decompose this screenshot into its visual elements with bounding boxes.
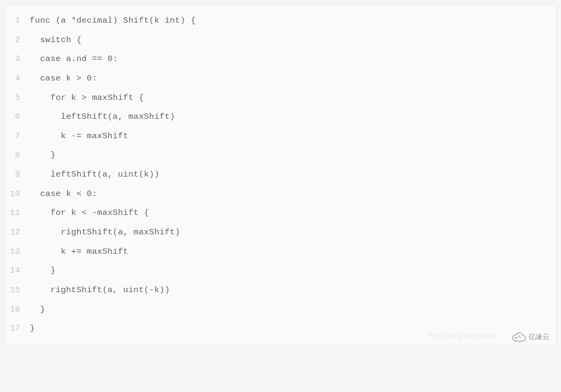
line-content: case k > 0: [30, 69, 97, 89]
code-line: 10 case k < 0: [5, 185, 556, 204]
code-line: 2 switch { [5, 31, 556, 50]
code-block: 1func (a *decimal) Shift(k int) {2 switc… [4, 4, 557, 346]
line-content: } [30, 146, 56, 165]
code-line: 15 rightShift(a, uint(-k)) [5, 281, 556, 300]
line-number: 2 [5, 31, 30, 50]
line-content: case a.nd == 0: [30, 50, 118, 69]
line-number: 11 [5, 204, 30, 223]
line-number: 6 [5, 107, 30, 127]
code-line: 6 leftShift(a, maxShift) [5, 107, 556, 127]
line-content: rightShift(a, uint(-k)) [30, 281, 170, 300]
code-line: 7 k -= maxShift [5, 127, 556, 146]
line-number: 7 [5, 127, 30, 146]
brand-name: 亿速云 [529, 332, 550, 342]
line-number: 12 [5, 223, 30, 242]
line-content: } [30, 319, 35, 339]
code-line: 16 } [5, 300, 556, 320]
code-line: 4 case k > 0: [5, 69, 556, 89]
code-line: 5 for k > maxShift { [5, 89, 556, 108]
code-lines-container: 1func (a *decimal) Shift(k int) {2 switc… [5, 11, 556, 339]
line-number: 15 [5, 281, 30, 300]
line-content: k -= maxShift [30, 127, 128, 146]
line-number: 17 [5, 319, 30, 339]
code-line: 11 for k < -maxShift { [5, 204, 556, 223]
code-line: 12 rightShift(a, maxShift) [5, 223, 556, 242]
watermark-text: https://blog.csdn.net/w [429, 332, 497, 340]
line-number: 9 [5, 165, 30, 185]
line-content: k += maxShift [30, 242, 128, 262]
line-content: } [30, 261, 56, 281]
line-content: case k < 0: [30, 185, 97, 204]
line-number: 14 [5, 261, 30, 281]
line-number: 10 [5, 185, 30, 204]
line-content: switch { [30, 31, 82, 50]
line-content: for k < -maxShift { [30, 204, 149, 223]
line-number: 13 [5, 242, 30, 262]
line-number: 8 [5, 146, 30, 165]
line-content: func (a *decimal) Shift(k int) { [30, 11, 196, 31]
line-content: leftShift(a, uint(k)) [30, 165, 159, 185]
line-content: rightShift(a, maxShift) [30, 223, 180, 242]
line-number: 5 [5, 89, 30, 108]
line-number: 4 [5, 69, 30, 89]
line-number: 1 [5, 11, 30, 31]
code-line: 13 k += maxShift [5, 242, 556, 262]
code-line: 9 leftShift(a, uint(k)) [5, 165, 556, 185]
code-line: 8 } [5, 146, 556, 165]
brand-logo: 亿速云 [512, 332, 550, 342]
line-number: 3 [5, 50, 30, 69]
svg-point-0 [516, 337, 517, 339]
line-content: for k > maxShift { [30, 89, 144, 108]
code-line: 1func (a *decimal) Shift(k int) { [5, 11, 556, 31]
line-content: leftShift(a, maxShift) [30, 107, 175, 127]
line-content: } [30, 300, 45, 320]
cloud-icon [512, 332, 526, 342]
code-line: 14 } [5, 261, 556, 281]
line-number: 16 [5, 300, 30, 320]
code-line: 3 case a.nd == 0: [5, 50, 556, 69]
